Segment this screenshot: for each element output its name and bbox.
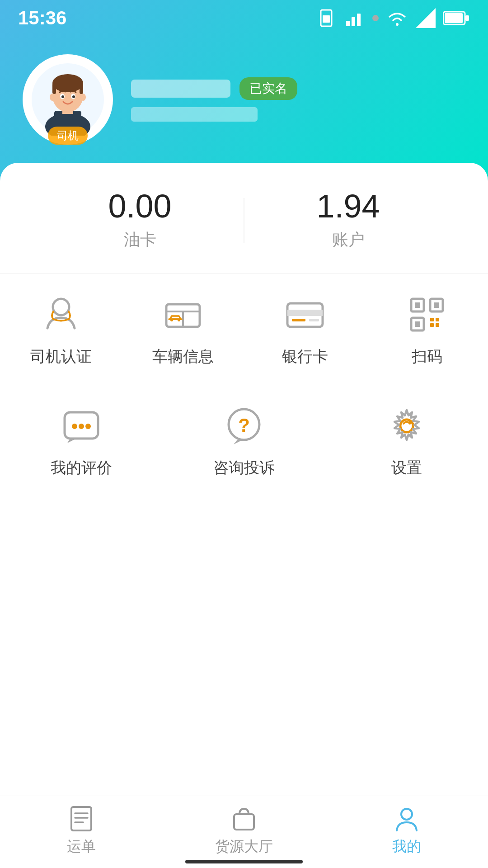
oil-card-amount: 0.00 [36,190,244,222]
svg-point-30 [178,319,180,321]
svg-point-24 [53,299,69,315]
menu-item-my-review[interactable]: 我的评价 [0,385,163,496]
svg-rect-3 [352,17,355,26]
nav-item-cargo-hall[interactable]: 货源大厅 [163,805,325,857]
scan-code-label: 扫码 [412,346,442,367]
settings-label: 设置 [391,458,422,478]
account-label: 账户 [244,229,452,251]
main-card: 0.00 油卡 1.94 账户 司机认证 [0,163,488,796]
orders-nav-label: 运单 [67,837,96,857]
wifi-icon [386,8,408,28]
svg-rect-34 [309,319,319,321]
svg-rect-52 [71,807,91,830]
svg-rect-43 [430,323,434,327]
cargo-hall-nav-label: 货源大厅 [215,837,273,857]
vehicle-info-icon [160,292,206,337]
menu-item-vehicle-info[interactable]: 车辆信息 [122,274,244,385]
consult-label: 咨询投诉 [213,458,275,478]
svg-point-23 [80,94,86,101]
vehicle-info-label: 车辆信息 [152,346,214,367]
oil-card-label: 油卡 [36,229,244,251]
bottom-nav: 运单 货源大厅 我的 [0,796,488,868]
nav-item-mine[interactable]: 我的 [325,805,488,857]
menu-item-bank-card[interactable]: 银行卡 [244,274,366,385]
svg-point-48 [85,424,91,429]
svg-rect-17 [80,83,83,94]
svg-rect-33 [292,319,305,321]
profile-sub-blur [131,107,258,122]
status-bar: 15:36 [0,0,488,36]
nav-item-orders[interactable]: 运单 [0,805,163,857]
settings-icon [384,403,429,448]
battery-icon [443,8,470,28]
profile-section: 司机 已实名 [0,54,488,145]
svg-rect-4 [357,14,361,26]
svg-marker-6 [416,8,436,28]
consult-icon: ? [221,403,267,448]
bank-card-label: 银行卡 [282,346,328,367]
home-indicator [185,860,303,863]
mine-icon [393,805,420,832]
mine-nav-label: 我的 [392,837,421,857]
svg-rect-16 [52,83,56,94]
my-review-label: 我的评价 [51,458,112,478]
bank-card-icon [282,292,328,337]
scan-code-icon [404,292,450,337]
menu-item-consult[interactable]: ? 咨询投诉 [163,385,325,496]
svg-point-21 [72,95,75,98]
svg-rect-32 [287,310,323,316]
avatar-illustration [32,63,104,136]
svg-point-20 [61,95,64,98]
cargo-hall-icon [230,805,258,832]
balance-row: 0.00 油卡 1.94 账户 [0,163,488,274]
status-time: 15:36 [18,7,66,29]
svg-rect-42 [436,318,439,321]
profile-name-blur [131,80,230,98]
svg-text:?: ? [238,415,250,436]
svg-point-47 [79,424,84,429]
network-icon [416,8,436,28]
svg-rect-9 [465,15,469,21]
avatar-container[interactable]: 司机 [23,54,113,145]
verified-badge: 已实名 [239,77,297,100]
my-review-icon [59,403,104,448]
profile-name-row: 已实名 [131,77,465,100]
driver-auth-icon [38,292,84,337]
svg-point-15 [52,74,83,92]
driver-badge: 司机 [48,127,88,145]
menu-row-2: 我的评价 ? 咨询投诉 [0,385,488,496]
svg-rect-2 [346,21,350,26]
svg-rect-56 [234,814,254,830]
account-amount: 1.94 [244,190,452,222]
orders-icon [68,805,95,832]
signal-icon [345,8,365,28]
svg-point-46 [72,424,77,429]
menu-item-settings[interactable]: 设置 [325,385,488,496]
svg-point-29 [170,319,173,321]
notification-dot [372,15,379,21]
svg-rect-8 [445,13,463,23]
svg-point-57 [401,809,412,820]
menu-row-1: 司机认证 车辆信息 [0,274,488,385]
svg-point-5 [396,23,399,26]
svg-rect-1 [323,15,330,23]
menu-item-scan-code[interactable]: 扫码 [366,274,488,385]
sim-icon [318,8,338,28]
svg-rect-41 [430,318,434,321]
svg-rect-38 [415,302,420,308]
svg-rect-39 [434,302,439,308]
svg-rect-40 [415,321,420,327]
profile-info: 已实名 [131,77,465,122]
driver-auth-label: 司机认证 [30,346,92,367]
svg-point-22 [50,94,55,101]
svg-rect-44 [436,323,439,327]
menu-item-driver-auth[interactable]: 司机认证 [0,274,122,385]
oil-card-balance[interactable]: 0.00 油卡 [36,190,244,251]
status-icons [318,8,470,28]
account-balance[interactable]: 1.94 账户 [244,190,452,251]
